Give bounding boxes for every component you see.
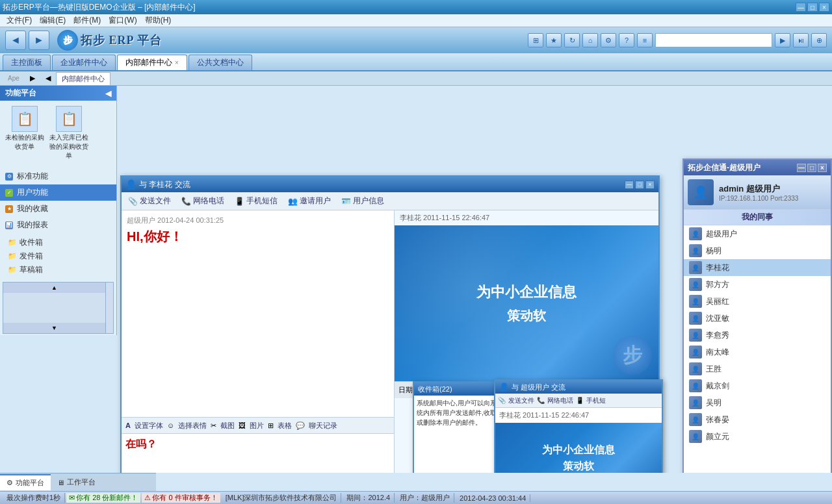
promo-line1: 为中小企业信息: [476, 283, 577, 302]
sidebar-menu-standard[interactable]: ⚙ 标准功能: [0, 168, 116, 184]
chat-phone-btn[interactable]: 📞 网络电话: [179, 195, 227, 207]
scroll-down-btn[interactable]: ▼: [3, 323, 105, 333]
scroll-up-btn[interactable]: ▲: [3, 283, 105, 293]
back-button[interactable]: ◄: [5, 31, 26, 50]
contact-item-shenyamin[interactable]: 👤 沈亚敏: [684, 310, 831, 327]
forward-button[interactable]: ►: [29, 31, 49, 50]
chat-log-icon: 💬: [296, 422, 305, 430]
menu-edit[interactable]: 编辑(E): [36, 15, 70, 26]
tab-enterprise-mail[interactable]: 企业邮件中心: [52, 55, 116, 70]
audit-icon: ⚠: [144, 494, 151, 502]
second-sms-btn[interactable]: 手机短: [586, 396, 606, 405]
tab-internal-mail[interactable]: 内部邮件中心 ×: [117, 55, 187, 70]
contact-item-wangsheng[interactable]: 👤 王胜: [684, 360, 831, 377]
menu-window[interactable]: 窗口(W): [105, 15, 140, 26]
contact-item-liguihua[interactable]: 👤 李桂花: [684, 259, 831, 276]
purchase-checked-icon: 📋: [56, 106, 82, 132]
status-audit-alert[interactable]: ⚠ 你有 0 件审核事务！: [142, 493, 220, 503]
chat-minimize-btn[interactable]: —: [625, 181, 634, 189]
chat-userinfo-btn[interactable]: 🪪 用户信息: [339, 195, 387, 207]
sidebar-toggle[interactable]: ◀: [105, 89, 111, 98]
chat-log-btn[interactable]: 聊天记录: [309, 421, 337, 431]
chat-left-panel: 超级用户 2012-04-24 00:31:25 HI,你好！ A 设置字体 ☺…: [122, 210, 395, 473]
close-btn[interactable]: ×: [819, 3, 829, 12]
contact-restore-btn[interactable]: □: [807, 164, 816, 172]
bottom-tab-work-platform[interactable]: 🖥 工作平台: [51, 475, 102, 490]
tab-internal-mail-close[interactable]: ×: [175, 59, 179, 66]
chat-input-area[interactable]: 在吗？: [122, 434, 394, 473]
contact-item-yangming[interactable]: 👤 杨明: [684, 242, 831, 259]
chat-screenshot-btn[interactable]: 截图: [220, 421, 235, 431]
address-bar[interactable]: [655, 33, 772, 47]
contact-item-zhangchunyan[interactable]: 👤 张春晏: [684, 411, 831, 428]
chat-grid-btn[interactable]: 表格: [278, 421, 292, 431]
chat-image-btn[interactable]: 图片: [250, 421, 264, 431]
tab-public-docs[interactable]: 公共文档中心: [188, 55, 252, 70]
reports-icon: 📊: [5, 221, 13, 229]
status-mail-alert[interactable]: ✉ 你有 28 份新邮件！: [66, 493, 140, 503]
send-file-icon: 📎: [128, 197, 138, 206]
sidebar-scrollbar[interactable]: [105, 283, 113, 333]
contact-item-wuming[interactable]: 👤 吴明: [684, 394, 831, 411]
chat-sms-btn[interactable]: 📱 手机短信: [232, 195, 280, 207]
menu-help[interactable]: 帮助(H): [141, 15, 176, 26]
mail-folder-sent[interactable]: 发件箱: [5, 249, 111, 263]
contact-item-guofangfang[interactable]: 👤 郭方方: [684, 276, 831, 293]
maximize-btn[interactable]: □: [807, 3, 818, 12]
toolbar-settings-icon[interactable]: ≡: [637, 33, 653, 47]
sidebar-menu-user[interactable]: ✓ 用户功能: [0, 184, 116, 201]
contact-avatar-liyuxiu: 👤: [689, 329, 702, 342]
chat-close-btn[interactable]: ×: [645, 181, 655, 189]
toolbar-help-icon[interactable]: ?: [619, 33, 634, 47]
mail-folder-drafts[interactable]: 草稿箱: [5, 263, 111, 277]
bottom-tab-function-platform[interactable]: ⚙ 功能平台: [0, 474, 51, 490]
contact-close-btn[interactable]: ×: [818, 164, 827, 172]
chat-font-btn[interactable]: 设置字体: [135, 421, 163, 431]
toolbar-media-icon[interactable]: ⏯: [793, 33, 809, 47]
menu-file[interactable]: 文件(F): [3, 15, 36, 26]
toolbar-go-icon[interactable]: ▶: [775, 33, 790, 47]
contact-item-nantaifeng[interactable]: 👤 南太峰: [684, 344, 831, 360]
chat-maximize-btn[interactable]: □: [635, 181, 644, 189]
sidebar-menu-reports[interactable]: 📊 我的报表: [0, 217, 116, 233]
sms-icon: 📱: [235, 197, 244, 206]
contact-user-name: admin 超级用户: [719, 183, 798, 195]
toolbar-refresh-icon[interactable]: ↻: [564, 33, 580, 47]
chat-invite-btn[interactable]: 👥 邀请用户: [285, 195, 333, 207]
user-icon: ✓: [5, 189, 13, 197]
purchase-unchecked-icon: 📋: [12, 106, 38, 132]
chat-toolbar: 📎 发送文件 📞 网络电话 📱 手机短信 👥 邀请用户 🪪 用户信息: [122, 192, 658, 210]
date-label: 日期: [398, 385, 413, 395]
sidebar-header: 功能平台 ◀: [0, 86, 116, 101]
contact-item-superuser[interactable]: 👤 超级用户: [684, 225, 831, 242]
chat-screenshot-icon: ✂: [211, 422, 216, 430]
toolbar-star-icon[interactable]: ★: [546, 33, 562, 47]
second-send-file-btn[interactable]: 发送文件: [508, 396, 534, 405]
second-promo-line1: 为中小企业信息: [542, 444, 615, 457]
toolbar-home-icon[interactable]: ⌂: [582, 33, 598, 47]
sec-tab-spacer: Ape: [3, 75, 25, 82]
toolbar-search-icon[interactable]: ⚙: [601, 33, 616, 47]
contact-item-liyuxiu[interactable]: 👤 李愈秀: [684, 327, 831, 344]
mail-folder-inbox[interactable]: 收件箱: [5, 236, 111, 249]
menu-bar: 文件(F) 编辑(E) 邮件(M) 窗口(W) 帮助(H): [0, 14, 832, 27]
chat-user-icon: 👤: [125, 179, 136, 190]
contact-minimize-btn[interactable]: —: [797, 164, 806, 172]
contact-item-daijingjian[interactable]: 👤 戴京剑: [684, 377, 831, 394]
second-phone-btn[interactable]: 网络电话: [547, 396, 573, 405]
sidebar-icon-purchase-unchecked[interactable]: 📋 未检验的采购收货单: [5, 106, 44, 160]
toolbar-grid-icon[interactable]: ⊞: [528, 33, 543, 47]
contact-item-yanliyu[interactable]: 👤 颜立元: [684, 428, 831, 445]
logo-icon: 步: [57, 30, 78, 51]
sec-tab-internal-mail[interactable]: 内部邮件中心: [56, 72, 110, 85]
chat-grid-icon: ⊞: [268, 422, 274, 430]
sidebar-menu-favorites[interactable]: ★ 我的收藏: [0, 201, 116, 217]
tab-home[interactable]: 主控面板: [3, 55, 51, 70]
sidebar-icon-purchase-checked[interactable]: 📋 未入完库已检验的采购收货单: [49, 106, 88, 160]
contact-item-wulihong[interactable]: 👤 吴丽红: [684, 293, 831, 310]
chat-emoji-btn[interactable]: 选择表情: [178, 421, 207, 431]
menu-mail[interactable]: 邮件(M): [70, 15, 105, 26]
toolbar-expand-icon[interactable]: ⊕: [811, 33, 827, 47]
minimize-btn[interactable]: —: [796, 3, 806, 12]
chat-send-file-btn[interactable]: 📎 发送文件: [125, 195, 174, 207]
